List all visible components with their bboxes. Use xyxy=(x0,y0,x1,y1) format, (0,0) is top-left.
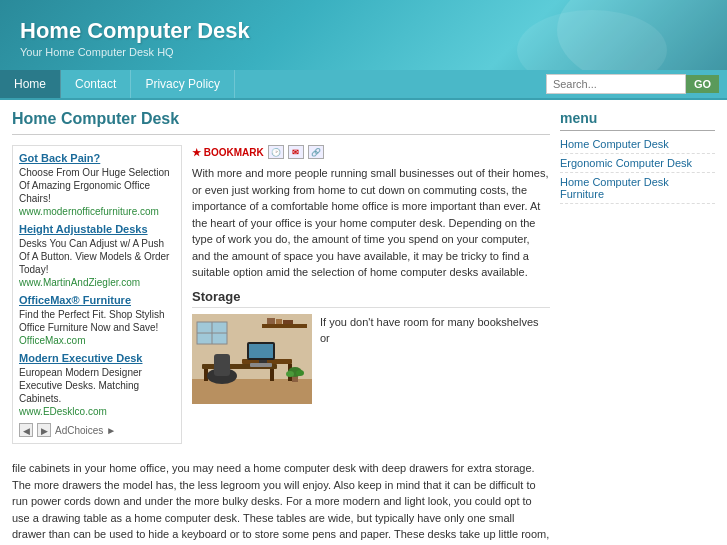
content-area: Home Computer Desk Got Back Pain? Choose… xyxy=(12,110,550,545)
ad-3-url: OfficeMax.com xyxy=(19,335,175,346)
ad-4-link[interactable]: Modern Executive Desk xyxy=(19,352,175,364)
nav-home[interactable]: Home xyxy=(0,70,61,98)
ad-block: Got Back Pain? Choose From Our Huge Sele… xyxy=(12,145,182,444)
ad-column: Got Back Pain? Choose From Our Huge Sele… xyxy=(12,145,182,452)
page-title: Home Computer Desk xyxy=(12,110,550,135)
ad-2-link[interactable]: Height Adjustable Desks xyxy=(19,223,175,235)
svg-point-24 xyxy=(296,370,304,376)
svg-rect-6 xyxy=(262,324,307,328)
bookmark-icon: ★ BOOKMARK xyxy=(192,147,264,158)
bm-icon-3[interactable]: 🔗 xyxy=(308,145,324,159)
nav-items: Home Contact Privacy Policy xyxy=(0,70,538,98)
content-columns: Got Back Pain? Choose From Our Huge Sele… xyxy=(12,145,550,452)
ad-3-link[interactable]: OfficeMax® Furniture xyxy=(19,294,175,306)
svg-rect-8 xyxy=(276,319,282,324)
bookmark-bar: ★ BOOKMARK 🕑 ✉ 🔗 xyxy=(192,145,550,159)
nav-bar: Home Contact Privacy Policy GO xyxy=(0,70,727,100)
site-header: Home Computer Desk Your Home Computer De… xyxy=(0,0,727,70)
sidebar: menu Home Computer Desk Ergonomic Comput… xyxy=(560,110,715,545)
storage-intro-text: If you don't have room for many bookshel… xyxy=(320,314,550,396)
ad-1-link[interactable]: Got Back Pain? xyxy=(19,152,175,164)
ad-1: Got Back Pain? Choose From Our Huge Sele… xyxy=(19,152,175,217)
bm-icon-1[interactable]: 🕑 xyxy=(268,145,284,159)
article-intro: With more and more people running small … xyxy=(192,165,550,281)
ad-2-text: Desks You Can Adjust w/ A Push Of A Butt… xyxy=(19,237,175,276)
main-area: Home Computer Desk Got Back Pain? Choose… xyxy=(0,100,727,545)
svg-rect-13 xyxy=(270,369,274,381)
bottom-article-text: file cabinets in your home office, you m… xyxy=(12,460,550,545)
svg-rect-20 xyxy=(214,354,230,376)
bm-icon-2[interactable]: ✉ xyxy=(288,145,304,159)
ad-4: Modern Executive Desk European Modern De… xyxy=(19,352,175,417)
ad-1-url: www.modernofficefurniture.com xyxy=(19,206,175,217)
sidebar-menu-title: menu xyxy=(560,110,715,131)
ad-choices-row: ◀ ▶ AdChoices ► xyxy=(19,423,175,437)
svg-rect-1 xyxy=(192,379,312,404)
ad-4-url: www.EDesklco.com xyxy=(19,406,175,417)
search-input[interactable] xyxy=(546,74,686,94)
nav-search-area: GO xyxy=(538,70,727,98)
sidebar-link-home-desk[interactable]: Home Computer Desk xyxy=(560,135,715,154)
next-ad-button[interactable]: ▶ xyxy=(37,423,51,437)
nav-contact[interactable]: Contact xyxy=(61,70,131,98)
sidebar-link-ergonomic[interactable]: Ergonomic Computer Desk xyxy=(560,154,715,173)
ad-1-text: Choose From Our Huge Selection Of Amazin… xyxy=(19,166,175,205)
svg-rect-9 xyxy=(283,320,293,324)
ad-2-url: www.MartinAndZiegler.com xyxy=(19,277,175,288)
sidebar-link-furniture[interactable]: Home Computer Desk Furniture xyxy=(560,173,715,204)
ad-4-text: European Modern Designer Executive Desks… xyxy=(19,366,175,405)
svg-rect-17 xyxy=(259,360,267,363)
svg-rect-16 xyxy=(249,344,273,358)
prev-ad-button[interactable]: ◀ xyxy=(19,423,33,437)
svg-rect-18 xyxy=(250,363,272,367)
ad-3-text: Find the Perfect Fit. Shop Stylish Offic… xyxy=(19,308,175,334)
article-column: ★ BOOKMARK 🕑 ✉ 🔗 With more and more peop… xyxy=(192,145,550,452)
ad-choices-label: AdChoices ► xyxy=(55,425,116,436)
svg-point-23 xyxy=(286,371,294,377)
desk-image xyxy=(192,314,312,404)
nav-privacy[interactable]: Privacy Policy xyxy=(131,70,235,98)
svg-rect-7 xyxy=(267,318,275,324)
search-button[interactable]: GO xyxy=(686,75,719,93)
site-subtitle: Your Home Computer Desk HQ xyxy=(20,46,707,58)
ad-2: Height Adjustable Desks Desks You Can Ad… xyxy=(19,223,175,288)
ad-3: OfficeMax® Furniture Find the Perfect Fi… xyxy=(19,294,175,346)
storage-heading: Storage xyxy=(192,289,550,308)
storage-section: If you don't have room for many bookshel… xyxy=(192,314,550,404)
site-title: Home Computer Desk xyxy=(20,18,707,44)
